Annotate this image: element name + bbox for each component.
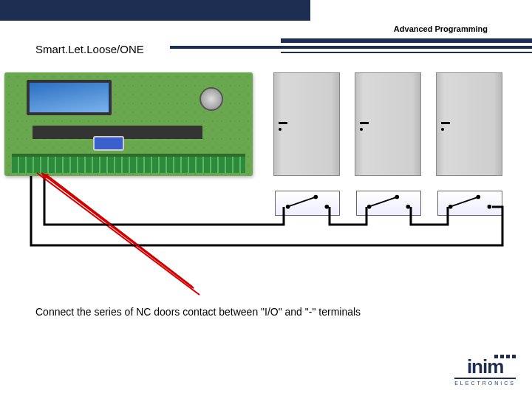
door-handle-icon — [360, 122, 369, 124]
header-tag: Advanced Programming — [394, 24, 488, 33]
svg-point-3 — [313, 195, 318, 200]
pcb-board — [4, 72, 253, 176]
door-handle-icon — [279, 122, 287, 124]
door-panel — [436, 72, 502, 176]
header-rule-thick — [281, 38, 532, 43]
contact-icon — [357, 191, 420, 215]
door-3 — [436, 72, 502, 176]
door-knob-icon — [441, 128, 444, 131]
door-knob-icon — [279, 128, 282, 131]
svg-point-7 — [395, 195, 399, 200]
pcb-buzzer — [200, 87, 223, 111]
pcb-db-connector — [93, 136, 124, 151]
instruction-text: Connect the series of NC doors contact b… — [35, 306, 361, 318]
wire-bottom-run — [31, 176, 502, 245]
logo-divider — [454, 378, 516, 379]
svg-line-6 — [369, 197, 398, 207]
slide: Advanced Programming Smart.Let.Loose/ONE — [0, 0, 532, 399]
door-knob-icon — [360, 128, 363, 131]
pcb-lcd — [27, 80, 112, 115]
svg-point-1 — [325, 205, 330, 209]
svg-point-9 — [488, 205, 492, 209]
door-2 — [355, 72, 421, 176]
pointer-line — [37, 173, 200, 295]
svg-point-5 — [406, 205, 411, 209]
logo-subtext: ELECTRONICS — [454, 381, 516, 386]
svg-line-10 — [451, 197, 479, 207]
nc-contact-3 — [437, 191, 502, 216]
svg-point-11 — [476, 195, 480, 200]
contact-icon — [276, 191, 339, 215]
header-band — [0, 0, 310, 21]
svg-line-15 — [41, 171, 194, 288]
red-pointer — [41, 173, 194, 288]
pcb-terminals — [12, 157, 245, 173]
door-panel — [355, 72, 421, 176]
header-rule-thin — [281, 52, 532, 53]
brand-logo: inim ELECTRONICS — [454, 355, 516, 386]
door-panel — [273, 72, 340, 176]
wire-to-contact1-left — [44, 176, 284, 225]
logo-name: inim — [454, 357, 516, 376]
nc-contact-2 — [356, 191, 421, 216]
door-handle-icon — [441, 122, 450, 124]
header-rule-mid — [170, 46, 532, 49]
pointer-line — [46, 174, 192, 287]
svg-line-14 — [41, 173, 194, 288]
svg-line-2 — [288, 197, 316, 207]
nc-contact-1 — [275, 191, 340, 216]
svg-line-13 — [41, 173, 194, 288]
slide-subtitle: Smart.Let.Loose/ONE — [35, 43, 149, 55]
door-1 — [273, 72, 340, 176]
contact-icon — [438, 191, 502, 215]
